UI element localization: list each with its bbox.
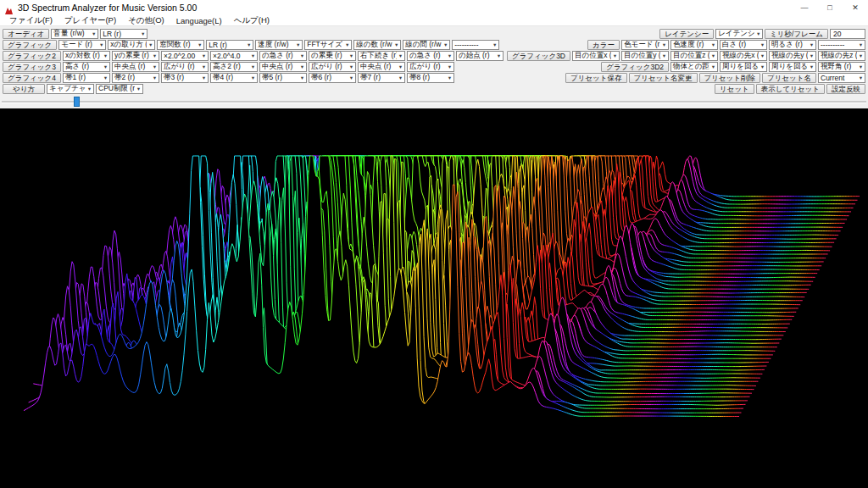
section-button[interactable]: グラフィック [3, 40, 57, 50]
dropdown[interactable]: キャプチャ (r)▼ [47, 84, 94, 94]
dropdown[interactable]: 高さ (r)▼ [63, 62, 110, 72]
dropdown[interactable]: 周りを回るx▼ [720, 62, 767, 72]
dropdown[interactable]: yの累乗 (r)▼ [112, 51, 159, 61]
toolbar-button[interactable]: プリセット名 [762, 73, 816, 83]
dropdown[interactable]: 物体との距離▼ [670, 62, 718, 72]
dropdown-value: 速度 (r/w) [256, 40, 294, 50]
dropdown[interactable]: 帯7 (r)▼ [358, 73, 405, 83]
toolbar-button[interactable]: グラフィック3D [507, 51, 570, 61]
dropdown[interactable]: 中央点 (r)▼ [358, 62, 405, 72]
dropdown[interactable]: 帯8 (r)▼ [407, 73, 454, 83]
chevron-down-icon: ▼ [151, 75, 159, 80]
dropdown[interactable]: 右下続き (r)▼ [358, 51, 405, 61]
dropdown[interactable]: モード (r)▼ [58, 40, 106, 50]
dropdown-value: xの取り方 (r) [108, 40, 147, 50]
dropdown-value: 帯4 (r) [211, 73, 249, 83]
dropdown[interactable]: 白さ (r)▼ [720, 40, 767, 50]
chevron-down-icon: ▼ [348, 53, 355, 58]
dropdown-value: ---------- [453, 41, 491, 49]
toolbar-button[interactable]: レイテンシー [659, 29, 714, 39]
number-input[interactable] [830, 29, 865, 39]
dropdown[interactable]: 明るさ (r)▼ [769, 40, 816, 50]
chevron-down-icon: ▼ [348, 64, 355, 69]
section-button[interactable]: グラフィック4 [3, 73, 61, 83]
dropdown[interactable]: ----------▼ [452, 40, 499, 50]
toolbar-button[interactable]: グラフィック3D2 [601, 62, 669, 72]
dropdown[interactable]: 帯4 (r)▼ [210, 73, 258, 83]
dropdown[interactable]: ×2.0^2.00▼ [161, 51, 209, 61]
dropdown[interactable]: 中央点 (r)▼ [112, 62, 159, 72]
dropdown[interactable]: の急さ (r)▼ [259, 51, 307, 61]
dropdown[interactable]: ----------▼ [818, 40, 865, 50]
dropdown[interactable]: LR (r)▼ [206, 40, 253, 50]
maximize-button[interactable]: □ [817, 0, 843, 15]
dropdown-value: 視線の先x ( [721, 51, 759, 61]
toolbar-row: グラフィックモード (r)▼xの取り方 (r)▼窓関数 (r)▼LR (r)▼速… [0, 39, 868, 50]
dropdown[interactable]: 色速度 (r)▼ [670, 40, 718, 50]
dropdown[interactable]: 視線の先x (▼ [720, 51, 767, 61]
dropdown[interactable]: 広がり (r)▼ [407, 62, 454, 72]
dropdown[interactable]: 帯3 (r)▼ [161, 73, 209, 83]
dropdown[interactable]: 帯6 (r)▼ [309, 73, 356, 83]
section-button[interactable]: グラフィック3 [3, 62, 61, 72]
dropdown[interactable]: 広がり (r)▼ [309, 62, 356, 72]
dropdown[interactable]: 線の間 (r/w▼ [403, 40, 450, 50]
dropdown[interactable]: 目の位置y (▼ [621, 51, 669, 61]
dropdown[interactable]: 視線の先y (▼ [769, 51, 816, 61]
slider-handle[interactable] [74, 97, 80, 107]
menu-item[interactable]: ファイル(F) [3, 15, 58, 26]
chevron-down-icon: ▼ [200, 53, 208, 58]
dropdown[interactable]: 視野角 (r)▼ [818, 62, 865, 72]
dropdown[interactable]: 目の位置z (▼ [670, 51, 718, 61]
dropdown[interactable]: 窓関数 (r)▼ [157, 40, 204, 50]
menu-item[interactable]: その他(O) [122, 15, 170, 26]
dropdown[interactable]: 色モード (r▼ [621, 40, 669, 50]
close-button[interactable]: ✕ [843, 0, 868, 15]
dropdown[interactable]: 音量 (r/w)▼ [51, 29, 98, 39]
dropdown[interactable]: 視線の先z (▼ [818, 51, 865, 61]
slider-track[interactable] [2, 101, 866, 103]
menu-item[interactable]: ヘルプ(H) [228, 15, 275, 26]
dropdown-value: の始点 (r) [457, 51, 495, 61]
menu-item[interactable]: プレイヤー(P) [58, 15, 122, 26]
dropdown[interactable]: ×2.0^4.0▼ [210, 51, 258, 61]
toolbar-button[interactable]: プリセット保存 [565, 73, 627, 83]
dropdown[interactable]: 帯1 (r)▼ [63, 73, 110, 83]
dropdown[interactable]: 中央点 (r)▼ [259, 62, 307, 72]
dropdown[interactable]: xの対数 (r)▼ [63, 51, 110, 61]
dropdown[interactable]: 高さ2 (r)▼ [210, 62, 258, 72]
dropdown[interactable]: LR (r)▼ [100, 29, 147, 39]
chevron-down-icon: ▼ [709, 53, 717, 58]
section-button[interactable]: やり方 [3, 84, 45, 94]
dropdown[interactable]: FFTサイズ (r▼ [304, 40, 352, 50]
section-button[interactable]: オーディオ [3, 29, 49, 39]
toolbar-button[interactable]: リセット [715, 84, 754, 94]
dropdown[interactable]: の急さ (r)▼ [407, 51, 454, 61]
dropdown[interactable]: Current▼ [818, 73, 865, 83]
toolbar-button[interactable]: プリセット名変更 [629, 73, 698, 83]
dropdown[interactable]: 線の数 (r/w▼ [353, 40, 401, 50]
toolbar-button[interactable]: ミリ秒/フレーム [765, 29, 828, 39]
dropdown-value: の急さ (r) [408, 51, 446, 61]
menu-item[interactable]: Language(L) [170, 16, 228, 25]
minimize-button[interactable]: — [792, 0, 817, 15]
dropdown[interactable]: 目の位置x (▼ [572, 51, 620, 61]
toolbar-button[interactable]: カラー [587, 40, 620, 50]
dropdown[interactable]: の始点 (r)▼ [456, 51, 504, 61]
dropdown[interactable]: 帯2 (r)▼ [112, 73, 159, 83]
dropdown-value: 帯6 (r) [309, 73, 348, 83]
toolbar-button[interactable]: 表示してリセット [756, 84, 825, 94]
dropdown[interactable]: レイテンシー▼ [715, 29, 763, 39]
dropdown[interactable]: の累乗 (r)▼ [309, 51, 356, 61]
dropdown[interactable]: CPU制限 (r)▼ [96, 84, 143, 94]
toolbar-button[interactable]: 設定反映 [826, 84, 865, 94]
section-button[interactable]: グラフィック2 [3, 51, 61, 61]
dropdown[interactable]: xの取り方 (r)▼ [108, 40, 155, 50]
dropdown[interactable]: 広がり (r)▼ [161, 62, 209, 72]
dropdown[interactable]: 周りを回るy▼ [769, 62, 816, 72]
dropdown-value: 視野角 (r) [819, 62, 857, 72]
dropdown[interactable]: 帯5 (r)▼ [259, 73, 307, 83]
position-slider[interactable] [0, 94, 868, 108]
toolbar-button[interactable]: プリセット削除 [699, 73, 761, 83]
dropdown[interactable]: 速度 (r/w)▼ [255, 40, 303, 50]
